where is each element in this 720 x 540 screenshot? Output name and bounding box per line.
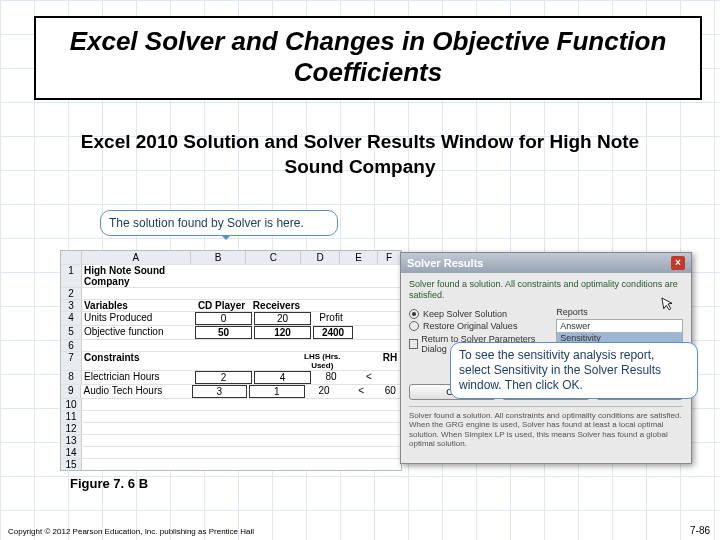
report-answer[interactable]: Answer	[557, 320, 682, 332]
cell: 120	[254, 326, 311, 339]
excel-sheet: A B C D E F 1High Note Sound Company 2 3…	[60, 250, 402, 471]
cell: Audio Tech Hours	[81, 385, 190, 398]
cell: Receivers	[249, 300, 304, 311]
col-d: D	[301, 251, 339, 264]
col-f: F	[378, 251, 401, 264]
cell: Constraints	[82, 352, 194, 370]
figure-label: Figure 7. 6 B	[70, 476, 148, 491]
cell: 0	[195, 312, 252, 325]
cell: Profit	[312, 312, 350, 325]
col-e: E	[340, 251, 378, 264]
radio-label: Restore Original Values	[423, 321, 517, 331]
cell: LHS (Hrs. Used)	[303, 352, 341, 370]
dialog-footer: Solver found a solution. All constraints…	[409, 406, 683, 449]
cell: 20	[254, 312, 311, 325]
cell: Electrician Hours	[82, 371, 194, 384]
cell: 80	[312, 371, 350, 384]
cell: RH	[379, 352, 401, 370]
cursor-icon	[661, 295, 676, 313]
radio-label: Keep Solver Solution	[423, 309, 507, 319]
col-a: A	[82, 251, 191, 264]
radio-keep-solution[interactable]: Keep Solver Solution	[409, 309, 548, 319]
cell: <	[350, 371, 388, 384]
dialog-message: Solver found a solution. All constraints…	[409, 279, 683, 301]
cell: 3	[192, 385, 248, 398]
callout-sensitivity: To see the sensitivity analysis report, …	[450, 342, 698, 399]
cell: Objective function	[82, 326, 194, 339]
cell: 2	[195, 371, 252, 384]
cell: 50	[195, 326, 252, 339]
col-c: C	[246, 251, 301, 264]
slide-title: Excel Solver and Changes in Objective Fu…	[34, 16, 702, 100]
close-icon[interactable]: ×	[671, 256, 685, 270]
radio-restore-values[interactable]: Restore Original Values	[409, 321, 548, 331]
copyright: Copyright © 2012 Pearson Education, Inc.…	[8, 527, 254, 536]
col-b: B	[191, 251, 246, 264]
cell: 20	[306, 385, 343, 398]
column-headers: A B C D E F	[61, 251, 401, 264]
cell: 4	[254, 371, 311, 384]
slide-subtitle: Excel 2010 Solution and Solver Results W…	[60, 130, 660, 179]
cell: 2400	[313, 326, 353, 339]
cell: CD Player	[194, 300, 249, 311]
cell: Variables	[82, 300, 194, 311]
cell: 1	[249, 385, 305, 398]
cell: 60	[380, 385, 401, 398]
cell: Units Produced	[82, 312, 194, 325]
cell: <	[343, 385, 380, 398]
callout-solution: The solution found by Solver is here.	[100, 210, 338, 236]
cell: High Note Sound Company	[82, 265, 194, 287]
page-number: 7-86	[690, 525, 710, 536]
dialog-title: Solver Results	[407, 257, 483, 269]
dialog-titlebar: Solver Results ×	[401, 253, 691, 273]
